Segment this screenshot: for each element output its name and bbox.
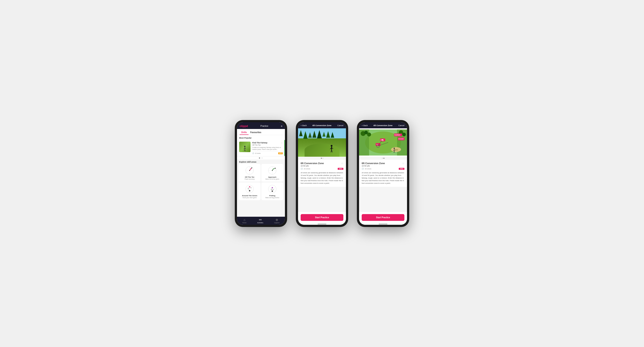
drill-header: 6ft Conversion Zone 10-50 yds ☆ [301, 162, 343, 167]
nav-activities[interactable]: ⚯ Activities [257, 218, 263, 223]
drill-star[interactable]: ☆ [341, 162, 343, 165]
svg-point-12 [251, 167, 252, 168]
drill-meta-3: 🕐 20 shots ARG [362, 168, 404, 170]
skill-approach[interactable]: Approach Dial-in to hit the green [262, 164, 283, 182]
svg-point-19 [274, 168, 274, 169]
golf-scene [298, 128, 346, 157]
phone1-content: Most Popular [237, 135, 285, 217]
svg-point-20 [246, 185, 254, 193]
svg-point-18 [275, 168, 276, 169]
drill-shots-3: 20 shots [365, 168, 371, 170]
skill-approach-desc: Dial-in to hit the green [265, 178, 279, 180]
img-dot-2 [322, 158, 323, 159]
home-icon: ⌂ [244, 218, 245, 221]
phone2-header: < Back 6ft Conversion Zone Cancel [298, 122, 346, 128]
phone2-bottom: Start Practice [298, 212, 346, 223]
nav-capture[interactable]: ⊕ Capture [274, 218, 280, 223]
drill-description-3: 20 shots are randomly generated at dista… [362, 172, 404, 185]
drill-title: 6ft Conversion Zone [301, 162, 324, 165]
skill-off-the-tee[interactable]: Off The Tee Power accuracy [239, 164, 260, 182]
meta-clock-icon-3: 🕐 [362, 168, 364, 170]
skill-ott-name: Off The Tee [245, 176, 254, 178]
nav-home[interactable]: ⌂ Home [242, 218, 246, 223]
svg-line-4 [244, 150, 245, 151]
start-practice-button[interactable]: Start Practice [301, 214, 343, 221]
drill-shots: 20 shots [304, 168, 310, 170]
card-dots [237, 156, 285, 160]
drill-star-3[interactable]: ☆ [402, 162, 404, 165]
back-button[interactable]: < Back [301, 124, 307, 127]
svg-point-63 [394, 148, 395, 149]
home-bar [318, 224, 326, 224]
bottom-nav: ⌂ Home ⚯ Activities ⊕ Capture [237, 217, 285, 225]
phone-1-screen: clippd Practice ≡ Drills Favourites Most… [237, 122, 285, 225]
home-bar-3 [379, 224, 388, 224]
star-icon[interactable]: ☆ [281, 142, 283, 144]
skill-putting[interactable]: Putting Make and lag practice [262, 182, 283, 200]
activities-icon: ⚯ [259, 218, 262, 221]
svg-line-42 [332, 150, 332, 152]
meta-clock-icon: 🕐 [301, 168, 303, 170]
capture-icon: ⊕ [276, 218, 278, 221]
phone2-content: 6ft Conversion Zone 10-50 yds ☆ 🕐 20 sho… [298, 160, 346, 212]
around-the-green-svg [245, 184, 254, 194]
home-indicator-3 [359, 223, 407, 225]
ott-tag: OTT [278, 152, 283, 154]
drill-description: 20 shots are randomly generated at dista… [301, 172, 343, 185]
tab-drills[interactable]: Drills [240, 130, 248, 135]
phone1-tabs: Drills Favourites [237, 129, 285, 135]
drill-meta: 🕐 20 shots ARG [301, 168, 343, 170]
most-popular-title: Most Popular [237, 135, 285, 140]
dot-3 [262, 158, 263, 158]
phones-container: clippd Practice ≡ Drills Favourites Most… [235, 120, 409, 227]
drill-title-block: 6ft Conversion Zone 10-50 yds [301, 162, 324, 167]
drill-info-3: 6ft Conversion Zone 10-50 yds ☆ 🕐 20 sho… [359, 160, 407, 187]
img-dot-3-1 [382, 158, 383, 159]
putting-svg [268, 184, 277, 194]
img-dot-3-2 [384, 158, 384, 159]
golf-photo [298, 128, 346, 157]
skill-atg-name: Around The Green [242, 195, 257, 197]
arg-tag-3: ARG [399, 168, 404, 170]
card-desc: Create an imaginary fairway using trees … [252, 146, 283, 150]
start-practice-button-3[interactable]: Start Practice [362, 214, 404, 221]
approach-svg [268, 166, 277, 175]
back-button-3[interactable]: < Back [362, 124, 368, 127]
cancel-button[interactable]: Cancel [337, 124, 343, 127]
phone3-header-title: 6ft Conversion Zone [374, 124, 392, 127]
svg-point-37 [331, 145, 332, 147]
tree-2 [303, 131, 308, 139]
featured-card[interactable]: Find The Fairway Off The Tee Create an i… [237, 140, 285, 156]
cancel-button-3[interactable]: Cancel [398, 124, 404, 127]
card-title: Find The Fairway [252, 142, 283, 144]
svg-point-51 [367, 133, 371, 136]
golfer-figure [329, 145, 334, 153]
img-dot-1 [321, 158, 322, 159]
card-image [239, 142, 250, 152]
phone-3: < Back 6ft Conversion Zone Cancel [357, 120, 409, 227]
svg-text:FAIRWAY: FAIRWAY [394, 134, 401, 136]
arg-tag: ARG [338, 168, 343, 170]
tree-6 [322, 132, 326, 137]
skill-around-the-green[interactable]: Around The Green Hone your short game [239, 182, 260, 200]
approach-icon [268, 166, 277, 175]
svg-point-69 [382, 139, 383, 141]
aerial-map: SAND FAIRWAY ROUGH Hit [359, 128, 407, 157]
menu-icon[interactable]: ≡ [281, 125, 282, 128]
golf-image [239, 142, 250, 152]
clock-icon: 🕐 [252, 153, 254, 154]
tree-7 [326, 131, 330, 138]
tree-5 [317, 130, 322, 138]
tree-3 [308, 132, 312, 138]
tab-favourites[interactable]: Favourites [248, 130, 263, 135]
svg-text:ROUGH: ROUGH [398, 138, 404, 140]
phone-2: < Back 6ft Conversion Zone Cancel [296, 120, 348, 227]
aerial-map-svg: SAND FAIRWAY ROUGH Hit [359, 128, 407, 157]
shots-count: 10 shots [255, 153, 260, 154]
image-dots-3 [359, 157, 407, 160]
phone3-bottom: Start Practice [359, 212, 407, 223]
drill-header-3: 6ft Conversion Zone 10-50 yds ☆ [362, 162, 404, 167]
svg-point-0 [244, 146, 246, 147]
card-footer: 🕐 10 shots OTT [252, 151, 283, 154]
dot-2 [260, 158, 262, 158]
